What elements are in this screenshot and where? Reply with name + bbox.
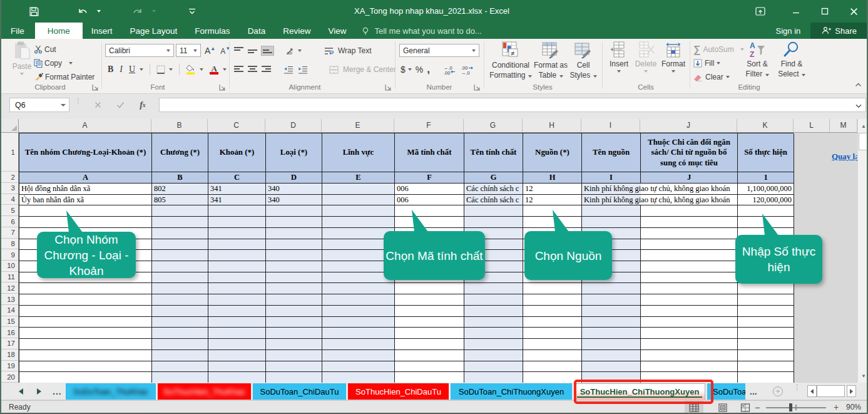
cell-C2[interactable]: C — [208, 172, 266, 184]
cell-I12[interactable] — [582, 283, 641, 294]
cell-G1[interactable]: Tên tính chất — [464, 133, 523, 172]
fill-icon[interactable] — [693, 59, 702, 68]
cell-H12[interactable] — [523, 283, 582, 294]
cell-I2[interactable]: I — [582, 172, 641, 184]
cell-D8[interactable] — [266, 239, 322, 251]
align-center-icon[interactable] — [248, 66, 257, 73]
cell-I17[interactable] — [582, 339, 641, 350]
cell-J9[interactable] — [641, 250, 738, 261]
cell-D6[interactable] — [266, 217, 322, 228]
zoom-out-icon[interactable]: − — [755, 402, 760, 413]
row-header-7[interactable]: 7 — [1, 227, 18, 239]
ribbon-display-options-icon[interactable] — [748, 0, 773, 23]
cell-J15[interactable] — [641, 317, 738, 328]
cell-E13[interactable] — [322, 294, 395, 306]
cell-C15[interactable] — [208, 317, 266, 328]
cell-B13[interactable] — [152, 294, 208, 306]
conditional-formatting-button[interactable]: ≠ Conditional Formatting — [489, 41, 532, 82]
cell-G19[interactable] — [464, 361, 523, 373]
cell-B20[interactable] — [152, 372, 208, 383]
cell-C7[interactable] — [208, 228, 266, 239]
cell-F3[interactable]: 006 — [395, 184, 464, 195]
cell-F4[interactable]: 006 — [395, 195, 464, 206]
cell-J14[interactable] — [641, 306, 738, 317]
alignment-dialog-launcher-icon[interactable] — [385, 84, 392, 91]
column-header-C[interactable]: C — [208, 119, 265, 132]
cell-G16[interactable] — [464, 328, 523, 339]
row-header-13[interactable]: 13 — [1, 294, 18, 305]
column-header-H[interactable]: H — [523, 119, 581, 132]
cell-A13[interactable] — [19, 294, 152, 306]
cell-K2[interactable]: 1 — [738, 172, 794, 184]
cell-I6[interactable] — [582, 217, 641, 228]
cell-I14[interactable] — [582, 306, 641, 317]
sheet-tab-SoThucHien_ChiDauTu[interactable]: SoThucHien_ChiDauTu — [348, 383, 449, 400]
cell-C20[interactable] — [208, 372, 266, 383]
zoom-percentage[interactable]: 90% — [846, 403, 861, 411]
cell-F17[interactable] — [395, 339, 464, 350]
cell-D11[interactable] — [266, 272, 322, 284]
cell-K19[interactable] — [738, 361, 794, 373]
cell-J1[interactable]: Thuộc Chi cân đối ngân sách/ Chi từ nguồ… — [641, 133, 738, 172]
insert-cells-button[interactable]: Insert — [606, 41, 632, 82]
cell-B15[interactable] — [152, 317, 208, 328]
tabbar-splitter[interactable]: ⋮ — [794, 385, 799, 390]
column-header-F[interactable]: F — [394, 119, 464, 132]
cell-A14[interactable] — [19, 306, 152, 317]
accounting-dropdown-icon[interactable] — [408, 68, 412, 71]
cell-G20[interactable] — [464, 372, 523, 383]
minimize-button[interactable] — [782, 0, 810, 23]
cell-E5[interactable] — [322, 205, 395, 217]
column-header-B[interactable]: B — [151, 119, 208, 132]
zoom-slider-thumb[interactable] — [789, 403, 792, 411]
cell-B5[interactable] — [152, 205, 208, 217]
cell-C3[interactable]: 341 — [208, 184, 266, 195]
cell-F1[interactable]: Mã tính chất — [395, 133, 464, 172]
fill-color-dropdown-icon[interactable] — [200, 68, 203, 71]
row-header-8[interactable]: 8 — [1, 239, 18, 250]
row-header-10[interactable]: 10 — [1, 261, 18, 272]
vertical-scroll-thumb[interactable] — [859, 133, 868, 150]
quay-lai-hyperlink[interactable]: Quay lạ — [832, 152, 857, 162]
cell-H14[interactable] — [523, 306, 582, 317]
cell-C11[interactable] — [208, 272, 266, 284]
cell-A17[interactable] — [19, 339, 152, 350]
cell-G4[interactable]: Các chính sách c — [464, 195, 523, 206]
scroll-down-icon[interactable]: ▼ — [858, 370, 868, 382]
cell-D17[interactable] — [266, 339, 322, 350]
cell-K13[interactable] — [738, 294, 794, 306]
cell-E6[interactable] — [322, 217, 395, 228]
cell-J8[interactable] — [641, 239, 738, 251]
cell-I16[interactable] — [582, 328, 641, 339]
underline-dropdown-icon[interactable] — [140, 68, 143, 71]
cell-K20[interactable] — [738, 372, 794, 383]
cell-J6[interactable] — [641, 217, 738, 228]
cell-G14[interactable] — [464, 306, 523, 317]
cell-E1[interactable]: Lĩnh vực — [322, 133, 395, 172]
format-painter-button[interactable]: Format Painter — [34, 70, 94, 84]
clipboard-dialog-launcher-icon[interactable] — [92, 84, 99, 91]
cell-E3[interactable] — [322, 184, 395, 195]
cell-G6[interactable] — [464, 217, 523, 228]
row-header-14[interactable]: 14 — [1, 305, 18, 316]
sheet-tab-SoDuToan_ChiThuongXuyen[interactable]: SoDuToan_ChiThuongXuyen — [451, 383, 572, 400]
column-header-D[interactable]: D — [265, 119, 322, 132]
align-left-icon[interactable] — [234, 66, 243, 73]
cell-D16[interactable] — [266, 328, 322, 339]
clear-button[interactable]: Clear — [705, 73, 723, 81]
cell-K18[interactable] — [738, 350, 794, 361]
close-button[interactable] — [839, 0, 868, 23]
underline-button[interactable]: U — [129, 65, 135, 75]
cell-B7[interactable] — [152, 228, 208, 239]
cut-button[interactable]: Cut — [34, 43, 56, 56]
tab-view[interactable]: View — [319, 23, 355, 39]
increase-decimal-icon[interactable]: ←.0.00 — [442, 65, 456, 75]
cell-C10[interactable] — [208, 261, 266, 272]
row-header-15[interactable]: 15 — [1, 316, 18, 328]
cell-D7[interactable] — [266, 228, 322, 239]
cell-H13[interactable] — [523, 294, 582, 306]
cell-F19[interactable] — [395, 361, 464, 373]
save-icon[interactable] — [29, 6, 39, 17]
borders-dropdown-icon[interactable] — [169, 68, 173, 71]
cell-I15[interactable] — [582, 317, 641, 328]
